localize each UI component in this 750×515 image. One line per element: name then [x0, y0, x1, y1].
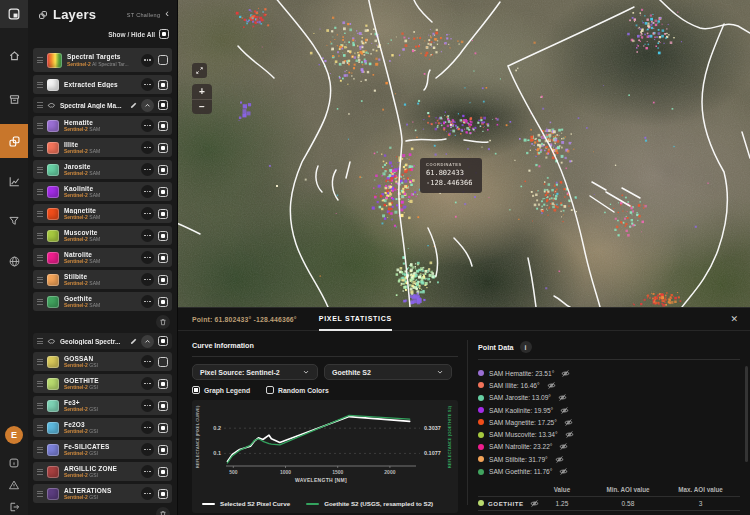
collapse-chevron-up-icon[interactable]: [141, 335, 154, 348]
drag-handle-icon[interactable]: [37, 299, 43, 305]
trash-icon[interactable]: [156, 507, 170, 515]
eye-off-icon[interactable]: [559, 467, 568, 476]
eye-off-icon[interactable]: [561, 369, 570, 378]
layer-menu-icon[interactable]: [141, 185, 154, 198]
layer-menu-icon[interactable]: [141, 141, 154, 154]
layer-visibility-checkbox[interactable]: [158, 357, 168, 367]
drag-handle-icon[interactable]: [37, 469, 43, 475]
layer-row[interactable]: JarositeSentinel-2 SAM: [33, 160, 172, 179]
layer-row[interactable]: Fe-SILICATESSentinel-2 GSI: [33, 440, 172, 459]
layer-menu-icon[interactable]: [141, 399, 154, 412]
layer-menu-icon[interactable]: [141, 251, 154, 264]
layer-menu-icon[interactable]: [141, 421, 154, 434]
group-visibility-checkbox[interactable]: [158, 100, 168, 110]
eye-off-icon[interactable]: [559, 442, 568, 451]
app-logo-icon[interactable]: [0, 0, 28, 28]
drag-handle-icon[interactable]: [37, 255, 43, 261]
layer-visibility-checkbox[interactable]: [158, 423, 168, 433]
layer-row[interactable]: ARGILLIC ZONESentinel-2 GSI: [33, 462, 172, 481]
layer-menu-icon[interactable]: [141, 207, 154, 220]
layer-row[interactable]: ALTERATIONSSentinel-2 GSI: [33, 484, 172, 503]
layer-row[interactable]: Fe2O3Sentinel-2 GSI: [33, 418, 172, 437]
layer-row[interactable]: IlliteSentinel-2 SAM: [33, 138, 172, 157]
layer-row[interactable]: GOETHITESentinel-2 GSI: [33, 374, 172, 393]
layer-menu-icon[interactable]: [141, 295, 154, 308]
edit-pencil-icon[interactable]: [130, 337, 138, 345]
map-view[interactable]: + − COORDINATES 61.802433 -128.446366: [178, 0, 750, 307]
drag-handle-icon[interactable]: [37, 425, 43, 431]
drag-handle-icon[interactable]: [37, 145, 43, 151]
map-expand-button[interactable]: [192, 63, 207, 78]
layer-visibility-checkbox[interactable]: [158, 80, 168, 90]
collapse-panel-icon[interactable]: ‹: [165, 8, 169, 19]
layer-group-row[interactable]: Spectral Angle Ma...: [33, 97, 172, 113]
layer-visibility-checkbox[interactable]: [158, 489, 168, 499]
drag-handle-icon[interactable]: [37, 381, 43, 387]
layer-menu-icon[interactable]: [141, 78, 154, 91]
layer-visibility-checkbox[interactable]: [158, 445, 168, 455]
layer-menu-icon[interactable]: [141, 377, 154, 390]
collapse-chevron-up-icon[interactable]: [141, 99, 154, 112]
show-hide-all-toggle[interactable]: Show / Hide All: [28, 22, 177, 39]
edit-pencil-icon[interactable]: [130, 101, 138, 109]
layer-row[interactable]: MagnetiteSentinel-2 SAM: [33, 204, 172, 223]
layer-visibility-checkbox[interactable]: [158, 187, 168, 197]
layer-visibility-checkbox[interactable]: [158, 401, 168, 411]
layer-menu-icon[interactable]: [141, 465, 154, 478]
layer-menu-icon[interactable]: [141, 273, 154, 286]
random-colors-checkbox[interactable]: Random Colors: [266, 386, 329, 394]
layer-row[interactable]: HematiteSentinel-2 SAM: [33, 116, 172, 135]
layers-link-icon[interactable]: [0, 124, 28, 158]
drag-handle-icon[interactable]: [37, 338, 43, 344]
layer-visibility-checkbox[interactable]: [158, 275, 168, 285]
globe-icon[interactable]: [0, 248, 28, 274]
eye-off-icon[interactable]: [547, 381, 556, 390]
graph-legend-checkbox[interactable]: Graph Legend: [192, 386, 250, 394]
drag-handle-icon[interactable]: [37, 211, 43, 217]
show-hide-all-checkbox[interactable]: [159, 29, 169, 39]
drag-handle-icon[interactable]: [37, 57, 43, 63]
layer-menu-icon[interactable]: [141, 443, 154, 456]
layer-row[interactable]: Extracted Edges: [33, 75, 172, 94]
drag-handle-icon[interactable]: [37, 447, 43, 453]
drag-handle-icon[interactable]: [37, 233, 43, 239]
random-colors-checkbox-box[interactable]: [266, 386, 274, 394]
home-icon[interactable]: [0, 42, 28, 68]
layer-visibility-checkbox[interactable]: [158, 231, 168, 241]
drag-handle-icon[interactable]: [37, 403, 43, 409]
layer-menu-icon[interactable]: [141, 119, 154, 132]
drag-handle-icon[interactable]: [37, 82, 43, 88]
layer-visibility-checkbox[interactable]: [158, 165, 168, 175]
layer-visibility-checkbox[interactable]: [158, 209, 168, 219]
layer-visibility-checkbox[interactable]: [158, 143, 168, 153]
drag-handle-icon[interactable]: [37, 102, 43, 108]
layer-visibility-checkbox[interactable]: [158, 55, 168, 65]
zoom-in-button[interactable]: +: [192, 84, 212, 99]
drag-handle-icon[interactable]: [37, 359, 43, 365]
eye-off-icon[interactable]: [564, 418, 573, 427]
filter-icon[interactable]: [0, 208, 28, 234]
drag-handle-icon[interactable]: [37, 167, 43, 173]
drag-handle-icon[interactable]: [37, 491, 43, 497]
layer-visibility-checkbox[interactable]: [158, 379, 168, 389]
layer-menu-icon[interactable]: [141, 355, 154, 368]
eye-off-icon[interactable]: [565, 430, 574, 439]
layer-row[interactable]: GOSSANSentinel-2 GSI: [33, 352, 172, 371]
drag-handle-icon[interactable]: [37, 189, 43, 195]
pixel-source-dropdown[interactable]: Pixel Source: Sentinel-2: [192, 364, 318, 380]
drag-handle-icon[interactable]: [37, 123, 43, 129]
layer-row[interactable]: KaoliniteSentinel-2 SAM: [33, 182, 172, 201]
group-visibility-checkbox[interactable]: [158, 336, 168, 346]
layer-menu-icon[interactable]: [141, 163, 154, 176]
eye-off-icon[interactable]: [560, 406, 569, 415]
layer-row[interactable]: NatroliteSentinel-2 SAM: [33, 248, 172, 267]
zoom-out-button[interactable]: −: [192, 99, 212, 114]
layer-row[interactable]: StilbiteSentinel-2 SAM: [33, 270, 172, 289]
layer-visibility-checkbox[interactable]: [158, 121, 168, 131]
layer-menu-icon[interactable]: [141, 54, 154, 67]
layer-row[interactable]: MuscoviteSentinel-2 SAM: [33, 226, 172, 245]
logout-icon[interactable]: [0, 494, 28, 515]
layer-row[interactable]: GoethiteSentinel-2 SAM: [33, 292, 172, 311]
layer-menu-icon[interactable]: [141, 229, 154, 242]
layer-group-row[interactable]: Geological Spectr...: [33, 333, 172, 349]
